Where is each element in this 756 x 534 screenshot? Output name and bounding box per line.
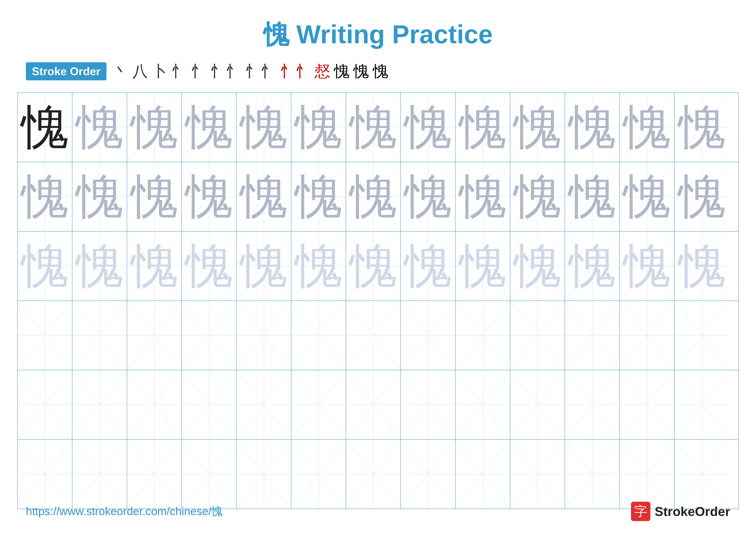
grid-cell[interactable]: 愧 (675, 232, 729, 300)
grid-cell[interactable]: 愧 (127, 93, 182, 162)
grid-row[interactable]: 愧 愧 愧 愧 愧 愧 愧 愧 愧 愧 (18, 232, 738, 301)
practice-char: 愧 (678, 173, 726, 220)
grid-cell[interactable]: 愧 (18, 162, 72, 231)
grid-cell[interactable]: 愧 (456, 162, 510, 231)
grid-cell[interactable] (510, 440, 565, 509)
grid-cell[interactable] (620, 301, 675, 370)
grid-cell[interactable]: 愧 (72, 93, 127, 162)
grid-cell[interactable] (401, 301, 456, 370)
grid-cell[interactable] (72, 440, 127, 509)
grid-cell[interactable] (182, 370, 237, 439)
svg-line-116 (346, 370, 400, 439)
grid-cell[interactable] (456, 301, 510, 370)
grid-cell[interactable]: 愧 (127, 232, 182, 300)
grid-cell[interactable]: 愧 (401, 162, 456, 231)
grid-cell[interactable]: 愧 (127, 162, 182, 231)
grid-cell[interactable] (565, 370, 620, 439)
grid-cell[interactable] (401, 370, 456, 439)
grid-cell[interactable] (182, 301, 237, 370)
grid-cell[interactable] (510, 301, 565, 370)
grid-cell[interactable]: 愧 (72, 162, 127, 231)
grid-cell[interactable]: 愧 (401, 93, 456, 162)
grid-cell[interactable] (291, 301, 346, 370)
grid-cell[interactable]: 愧 (291, 93, 346, 162)
grid-cell[interactable] (675, 440, 729, 509)
grid-cell[interactable]: 愧 (18, 93, 72, 162)
svg-line-114 (291, 370, 346, 439)
grid-cell[interactable]: 愧 (565, 162, 620, 231)
grid-cell[interactable] (72, 370, 127, 439)
grid-row[interactable] (18, 370, 738, 440)
practice-char: 愧 (514, 173, 561, 220)
grid-cell[interactable]: 愧 (346, 232, 401, 300)
grid-cell[interactable]: 愧 (456, 93, 510, 162)
grid-cell[interactable] (675, 301, 729, 370)
grid-cell[interactable] (237, 440, 291, 509)
grid-cell[interactable]: 愧 (18, 232, 72, 300)
grid-row[interactable]: 愧 愧 愧 愧 愧 愧 愧 愧 愧 愧 (18, 93, 738, 162)
grid-cell[interactable]: 愧 (401, 232, 456, 300)
grid-cell[interactable]: 愧 (182, 232, 237, 300)
grid-cell[interactable] (675, 370, 729, 439)
svg-line-109 (127, 370, 181, 439)
grid-cell[interactable] (291, 440, 346, 509)
grid-cell[interactable] (127, 440, 182, 509)
grid-cell[interactable]: 愧 (291, 162, 346, 231)
grid-cell[interactable]: 愧 (620, 162, 675, 231)
grid-cell[interactable]: 愧 (291, 232, 346, 300)
svg-line-97 (510, 301, 565, 369)
grid-cell[interactable] (565, 440, 620, 509)
stroke-order-row: Stroke Order 丶 八 卜 忄 忄 忄忄 忄忄 忄忄 惄 愧 愧 愧 (0, 61, 756, 82)
grid-cell[interactable]: 愧 (565, 93, 620, 162)
footer-url[interactable]: https://www.strokeorder.com/chinese/愧 (26, 504, 223, 519)
grid-cell[interactable] (510, 370, 565, 439)
grid-cell[interactable]: 愧 (237, 232, 291, 300)
grid-cell[interactable]: 愧 (510, 232, 565, 300)
grid-cell[interactable] (18, 370, 72, 439)
svg-line-131 (18, 440, 72, 508)
grid-row[interactable] (18, 301, 738, 370)
grid-cell[interactable] (18, 301, 72, 370)
grid-cell[interactable]: 愧 (346, 93, 401, 162)
grid-cell[interactable]: 愧 (456, 232, 510, 300)
grid-cell[interactable] (456, 370, 510, 439)
grid-cell[interactable] (237, 301, 291, 370)
grid-row[interactable] (18, 440, 738, 509)
practice-char: 愧 (569, 173, 616, 220)
grid-cell[interactable] (237, 370, 291, 439)
grid-cell[interactable] (620, 370, 675, 439)
svg-line-96 (510, 301, 565, 369)
grid-cell[interactable] (127, 301, 182, 370)
practice-char: 愧 (678, 104, 726, 151)
grid-cell[interactable]: 愧 (510, 162, 565, 231)
grid-cell[interactable]: 愧 (620, 93, 675, 162)
grid-cell[interactable] (346, 440, 401, 509)
grid-cell[interactable]: 愧 (565, 232, 620, 300)
grid-cell[interactable]: 愧 (510, 93, 565, 162)
grid-cell[interactable]: 愧 (675, 93, 729, 162)
grid-cell[interactable] (18, 440, 72, 509)
title-char: 愧 (263, 20, 289, 49)
grid-cell[interactable]: 愧 (675, 162, 729, 231)
grid-cell[interactable]: 愧 (237, 162, 291, 231)
grid-cell[interactable]: 愧 (237, 93, 291, 162)
grid-cell[interactable] (620, 440, 675, 509)
grid-cell[interactable] (346, 301, 401, 370)
grid-cell[interactable] (565, 301, 620, 370)
grid-cell[interactable] (456, 440, 510, 509)
svg-line-147 (456, 440, 510, 508)
grid-cell[interactable] (182, 440, 237, 509)
grid-cell[interactable] (346, 370, 401, 439)
grid-cell[interactable]: 愧 (620, 232, 675, 300)
grid-row[interactable]: 愧 愧 愧 愧 愧 愧 愧 愧 愧 愧 (18, 162, 738, 232)
svg-line-154 (675, 440, 729, 509)
practice-char: 愧 (21, 242, 68, 290)
grid-cell[interactable] (127, 370, 182, 439)
grid-cell[interactable]: 愧 (72, 232, 127, 300)
grid-cell[interactable]: 愧 (182, 93, 237, 162)
grid-cell[interactable]: 愧 (182, 162, 237, 231)
grid-cell[interactable] (401, 440, 456, 509)
grid-cell[interactable] (291, 370, 346, 439)
grid-cell[interactable]: 愧 (346, 162, 401, 231)
grid-cell[interactable] (72, 301, 127, 370)
